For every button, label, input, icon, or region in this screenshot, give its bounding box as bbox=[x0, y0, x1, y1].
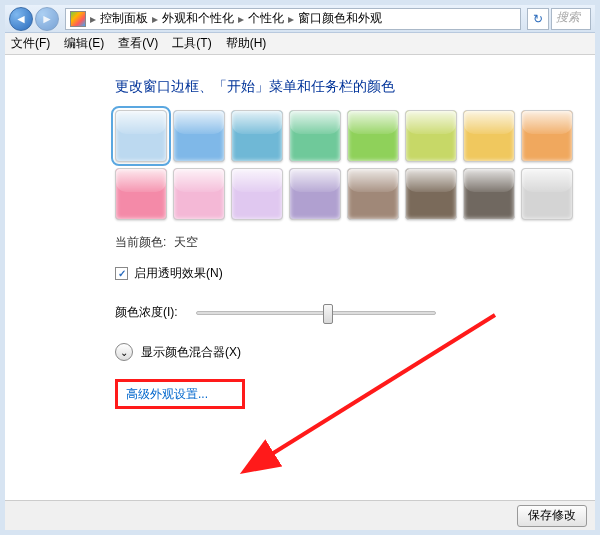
color-mixer-expander[interactable]: ⌄ 显示颜色混合器(X) bbox=[115, 343, 595, 361]
chevron-icon: ▸ bbox=[286, 12, 296, 26]
address-bar: ◄ ► ▸ 控制面板 ▸ 外观和个性化 ▸ 个性化 ▸ 窗口颜色和外观 ↻ 搜索 bbox=[5, 5, 595, 33]
bc-window-color[interactable]: 窗口颜色和外观 bbox=[298, 10, 382, 27]
color-swatch-12[interactable] bbox=[347, 168, 399, 220]
chevron-down-icon: ⌄ bbox=[115, 343, 133, 361]
color-swatch-10[interactable] bbox=[231, 168, 283, 220]
color-swatch-4[interactable] bbox=[347, 110, 399, 162]
color-swatch-0[interactable] bbox=[115, 110, 167, 162]
breadcrumb[interactable]: ▸ 控制面板 ▸ 外观和个性化 ▸ 个性化 ▸ 窗口颜色和外观 bbox=[65, 8, 521, 30]
menu-edit[interactable]: 编辑(E) bbox=[64, 35, 104, 52]
content-area: 更改窗口边框、「开始」菜单和任务栏的颜色 当前颜色: 天空 ✓ 启用透明效果(N… bbox=[5, 60, 595, 500]
current-color-value: 天空 bbox=[174, 235, 198, 249]
save-button[interactable]: 保存修改 bbox=[517, 505, 587, 527]
menu-view[interactable]: 查看(V) bbox=[118, 35, 158, 52]
color-swatches bbox=[115, 110, 590, 220]
bc-control-panel[interactable]: 控制面板 bbox=[100, 10, 148, 27]
color-swatch-15[interactable] bbox=[521, 168, 573, 220]
color-swatch-8[interactable] bbox=[115, 168, 167, 220]
intensity-row: 颜色浓度(I): bbox=[115, 304, 595, 321]
refresh-button[interactable]: ↻ bbox=[527, 8, 549, 30]
color-swatch-5[interactable] bbox=[405, 110, 457, 162]
color-swatch-3[interactable] bbox=[289, 110, 341, 162]
search-input[interactable]: 搜索 bbox=[551, 8, 591, 30]
color-mixer-label: 显示颜色混合器(X) bbox=[141, 344, 241, 361]
intensity-slider[interactable] bbox=[196, 311, 436, 315]
chevron-icon: ▸ bbox=[236, 12, 246, 26]
bc-appearance[interactable]: 外观和个性化 bbox=[162, 10, 234, 27]
page-title: 更改窗口边框、「开始」菜单和任务栏的颜色 bbox=[115, 78, 595, 96]
chevron-icon: ▸ bbox=[150, 12, 160, 26]
nav-forward-button[interactable]: ► bbox=[35, 7, 59, 31]
transparency-row: ✓ 启用透明效果(N) bbox=[115, 265, 595, 282]
transparency-label: 启用透明效果(N) bbox=[134, 265, 223, 282]
color-swatch-6[interactable] bbox=[463, 110, 515, 162]
nav-back-button[interactable]: ◄ bbox=[9, 7, 33, 31]
menu-bar: 文件(F) 编辑(E) 查看(V) 工具(T) 帮助(H) bbox=[5, 33, 595, 55]
color-swatch-2[interactable] bbox=[231, 110, 283, 162]
footer-bar: 保存修改 bbox=[5, 500, 595, 530]
color-swatch-1[interactable] bbox=[173, 110, 225, 162]
menu-file[interactable]: 文件(F) bbox=[11, 35, 50, 52]
menu-tools[interactable]: 工具(T) bbox=[172, 35, 211, 52]
current-color-row: 当前颜色: 天空 bbox=[115, 234, 595, 251]
advanced-settings-link[interactable]: 高级外观设置... bbox=[126, 386, 208, 403]
slider-thumb[interactable] bbox=[323, 304, 333, 324]
chevron-icon: ▸ bbox=[88, 12, 98, 26]
intensity-label: 颜色浓度(I): bbox=[115, 304, 178, 321]
color-swatch-11[interactable] bbox=[289, 168, 341, 220]
color-swatch-9[interactable] bbox=[173, 168, 225, 220]
advanced-settings-highlight: 高级外观设置... bbox=[115, 379, 245, 409]
current-color-label: 当前颜色: bbox=[115, 235, 166, 249]
color-swatch-14[interactable] bbox=[463, 168, 515, 220]
transparency-checkbox[interactable]: ✓ bbox=[115, 267, 128, 280]
bc-personalization[interactable]: 个性化 bbox=[248, 10, 284, 27]
control-panel-icon bbox=[70, 11, 86, 27]
color-swatch-7[interactable] bbox=[521, 110, 573, 162]
color-swatch-13[interactable] bbox=[405, 168, 457, 220]
menu-help[interactable]: 帮助(H) bbox=[226, 35, 267, 52]
